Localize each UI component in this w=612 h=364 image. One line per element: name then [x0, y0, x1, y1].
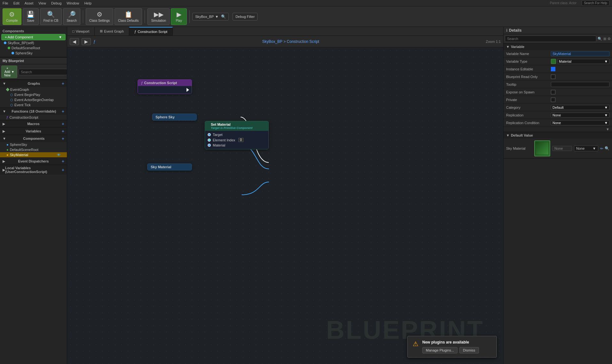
details-search-input[interactable] — [505, 36, 596, 42]
details-title: Details — [509, 28, 521, 33]
event-begin-play-item[interactable]: ⬡ Event BeginPlay — [0, 92, 67, 97]
details-search-icon[interactable]: 🔍 — [598, 37, 602, 41]
dismiss-button[interactable]: Dismiss — [459, 347, 479, 353]
sky-material-default-dropdown[interactable]: None ▼ — [574, 146, 598, 151]
sky-material-component-icon: ● — [6, 153, 9, 157]
sphere-sky-node[interactable]: Sphere Sky — [152, 114, 197, 121]
private-checkbox[interactable] — [551, 98, 555, 102]
tab-viewport[interactable]: □ Viewport — [67, 27, 95, 36]
graphs-section-header[interactable]: ▼ Graphs + — [0, 80, 67, 87]
menu-edit[interactable]: Edit — [13, 1, 20, 5]
expose-on-spawn-checkbox[interactable] — [551, 90, 555, 94]
notification-panel: ⚠ New plugins are available Manage Plugi… — [407, 336, 497, 358]
menu-view[interactable]: View — [38, 1, 46, 5]
eye-icon: 👁 — [57, 153, 60, 157]
notification-warning-icon: ⚠ — [413, 340, 418, 348]
functions-arrow: ▼ — [3, 109, 6, 113]
replication-row: Replication None ▼ — [504, 111, 612, 119]
category-dropdown[interactable]: Default ▼ — [551, 105, 609, 110]
event-dispatchers-add-button[interactable]: + — [62, 159, 64, 164]
save-button[interactable]: 💾 Save — [23, 8, 39, 25]
search-button[interactable]: 🔎 Search — [63, 8, 80, 25]
replication-condition-dropdown-arrow: ▼ — [604, 121, 608, 125]
menu-file[interactable]: File — [3, 1, 8, 5]
sky-material-var-label: Sky Material — [151, 165, 171, 169]
use-selected-asset-icon[interactable]: ⇐ — [600, 146, 603, 151]
functions-add-button[interactable]: + — [62, 109, 64, 114]
event-tick-item[interactable]: ⬡ Event Tick — [0, 102, 67, 107]
search-for-help[interactable]: Search For Help — [582, 0, 609, 6]
add-component-button[interactable]: + Add Component ▼ — [1, 34, 66, 40]
graphs-add-button[interactable]: + — [62, 81, 64, 86]
event-dispatchers-section-header[interactable]: ▶ Event Dispatchers + — [0, 157, 67, 165]
material-pin-dot — [208, 144, 211, 147]
event-graph-item[interactable]: EventGraph — [0, 87, 67, 92]
set-material-node[interactable]: Set Material Target is Primitive Compone… — [205, 121, 269, 149]
my-blueprint-toolbar: + Add New ▼ 🔍 ⚙ — [0, 64, 67, 80]
default-scene-root-label: DefaultSceneRoot — [12, 46, 40, 50]
replication-dropdown[interactable]: None ▼ — [551, 113, 609, 118]
tab-construction-script[interactable]: ƒ Construction Script — [129, 27, 173, 36]
variable-type-dropdown-label: Material — [559, 59, 571, 63]
macros-section-header[interactable]: ▶ Macros + — [0, 120, 67, 127]
components-bp-add-button[interactable]: + — [62, 136, 64, 141]
sky-material-var-node[interactable]: Sky Material — [147, 163, 192, 170]
play-button[interactable]: ▶ Play — [171, 8, 187, 25]
components-bp-section-header[interactable]: ▼ Components + — [0, 135, 67, 142]
tab-event-graph[interactable]: ⊞ Event Graph — [95, 27, 129, 36]
menu-help[interactable]: Help — [84, 1, 91, 5]
variable-section-label: Variable — [511, 45, 524, 49]
class-settings-button[interactable]: ⚙ Class Settings — [86, 8, 113, 25]
target-pin-dot — [208, 133, 211, 136]
debug-filter-button[interactable]: Debug Filter — [233, 13, 258, 20]
default-scene-root-component-item[interactable]: ● DefaultSceneRoot — [0, 147, 67, 152]
replication-condition-dropdown[interactable]: None ▼ — [551, 120, 609, 125]
sphere-sky-component-item[interactable]: ● SphereSky — [0, 142, 67, 147]
compile-button[interactable]: ⚙ Compile — [3, 8, 21, 25]
nav-path: SkyBox_BP > Construction Script — [98, 39, 483, 44]
default-value-section-header[interactable]: ▼ Default Value — [504, 132, 612, 138]
menu-asset[interactable]: Asset — [25, 1, 34, 5]
nav-back-button[interactable]: ◀ — [70, 38, 79, 45]
nav-forward-button[interactable]: ▶ — [82, 38, 91, 45]
set-material-title: Set Material — [211, 123, 252, 126]
tree-item-sphere-sky[interactable]: SphereSky — [1, 51, 66, 56]
category-label: Category — [506, 106, 551, 109]
my-blueprint-search[interactable] — [19, 69, 67, 75]
simulation-button[interactable]: ▶▶ Simulation — [147, 8, 170, 25]
local-variables-section-header[interactable]: ▶ Local Variables (UserConstructionScrip… — [0, 165, 67, 175]
save-icon: 💾 — [27, 11, 35, 18]
blueprint-canvas[interactable]: ƒ Construction Script Sphere Sky — [67, 47, 503, 364]
sky-material-component-item[interactable]: ● SkyMaterial 👁 — [0, 152, 67, 157]
variable-type-dropdown[interactable]: Material ▼ — [557, 59, 609, 64]
variable-name-input[interactable]: SkyMaterial — [551, 51, 609, 56]
manage-plugins-button[interactable]: Manage Plugins... — [422, 347, 457, 353]
local-variables-add-button[interactable]: + — [62, 167, 64, 172]
collapse-arrow[interactable]: ▼ — [606, 127, 609, 131]
event-dispatchers-label: Event Dispatchers — [18, 159, 49, 163]
find-in-cb-button[interactable]: 🔍 Find in CB — [40, 8, 62, 25]
instance-editable-checkbox[interactable] — [551, 67, 555, 71]
variables-add-button[interactable]: + — [62, 129, 64, 134]
functions-section-header[interactable]: ▼ Functions (18 Overridable) + — [0, 107, 67, 115]
details-panel-header: ℹ Details — [504, 27, 612, 34]
add-new-button[interactable]: + Add New ▼ — [1, 66, 17, 78]
menu-window[interactable]: Window — [67, 1, 79, 5]
construction-script-node[interactable]: ƒ Construction Script — [138, 79, 192, 94]
sky-material-none-container: None — [552, 146, 572, 151]
construction-script-item[interactable]: ƒ ConstructionScript — [0, 115, 67, 120]
tree-item-skybox-self[interactable]: SkyBox_BP(self) — [1, 40, 66, 45]
tree-item-default-scene-root[interactable]: DefaultSceneRoot — [1, 45, 66, 51]
blueprint-read-only-checkbox[interactable] — [551, 75, 555, 79]
class-defaults-button[interactable]: 📋 Class Defaults — [115, 8, 142, 25]
tooltip-input[interactable] — [551, 82, 609, 87]
variable-section-header[interactable]: ▼ Variable — [504, 44, 612, 50]
macros-add-button[interactable]: + — [62, 121, 64, 126]
details-view-options-icon[interactable]: ⊞ — [603, 37, 606, 41]
menu-debug[interactable]: Debug — [51, 1, 61, 5]
browse-asset-icon[interactable]: 🔍 — [605, 146, 609, 151]
skybox-dropdown[interactable]: SkyBox_BP ▼ 🔍 — [192, 13, 229, 20]
event-actor-begin-overlap-item[interactable]: ⬡ Event ActorBeginOverlap — [0, 97, 67, 102]
details-settings-icon[interactable]: ⚙ — [608, 37, 611, 41]
variables-section-header[interactable]: ▶ Variables + — [0, 127, 67, 135]
